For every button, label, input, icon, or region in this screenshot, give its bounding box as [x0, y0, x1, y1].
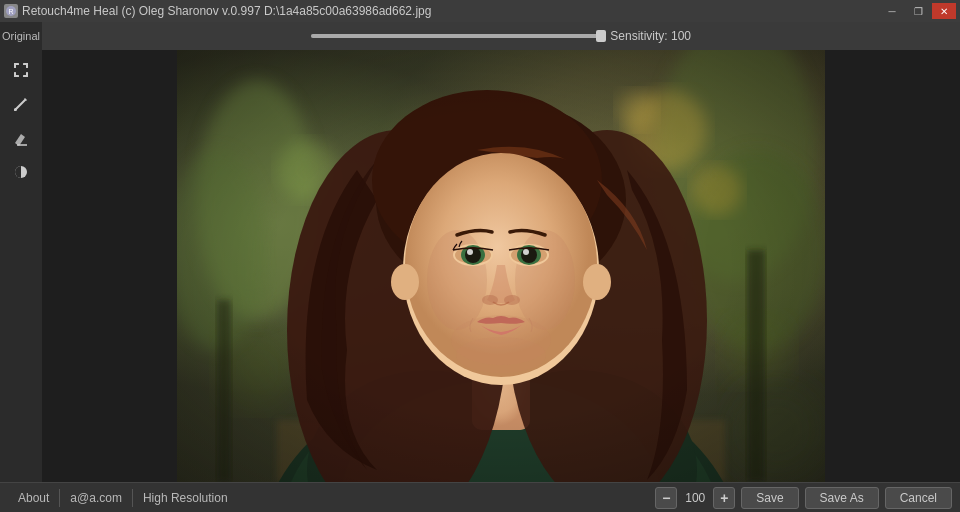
titlebar-left: R Retouch4me Heal (c) Oleg Sharonov v.0.…	[4, 4, 431, 18]
sidebar-label: Original	[2, 30, 40, 42]
cancel-button[interactable]: Cancel	[885, 487, 952, 509]
center-panel: Sensitivity: 100	[42, 22, 960, 482]
titlebar-title: Retouch4me Heal (c) Oleg Sharonov v.0.99…	[22, 4, 431, 18]
save-button[interactable]: Save	[741, 487, 798, 509]
close-button[interactable]: ✕	[932, 3, 956, 19]
fit-to-screen-button[interactable]	[7, 56, 35, 84]
statusbar: About a@a.com High Resolution − 100 + Sa…	[0, 482, 960, 512]
sidebar: Original	[0, 22, 42, 482]
svg-point-12	[14, 108, 17, 111]
contrast-tool-button[interactable]	[7, 158, 35, 186]
restore-button[interactable]: ❐	[906, 3, 930, 19]
brush-tool-button[interactable]	[7, 90, 35, 118]
titlebar: R Retouch4me Heal (c) Oleg Sharonov v.0.…	[0, 0, 960, 22]
svg-text:R: R	[8, 8, 13, 15]
main-area: Original	[0, 22, 960, 482]
svg-rect-3	[14, 63, 16, 68]
svg-rect-5	[26, 63, 28, 68]
eraser-tool-button[interactable]	[7, 124, 35, 152]
zoom-value: 100	[681, 491, 709, 505]
sensitivity-label: Sensitivity: 100	[610, 29, 691, 43]
svg-rect-9	[26, 72, 28, 77]
minimize-button[interactable]: ─	[880, 3, 904, 19]
titlebar-controls: ─ ❐ ✕	[880, 3, 956, 19]
sensitivity-control: Sensitivity: 100	[311, 29, 691, 43]
photo-container	[177, 50, 825, 482]
app-icon: R	[4, 4, 18, 18]
svg-rect-7	[14, 72, 16, 77]
about-button[interactable]: About	[8, 491, 59, 505]
svg-rect-65	[177, 50, 825, 482]
sensitivity-slider[interactable]	[311, 34, 602, 38]
resolution-label[interactable]: High Resolution	[133, 491, 238, 505]
zoom-in-button[interactable]: +	[713, 487, 735, 509]
toolbar: Sensitivity: 100	[42, 22, 960, 50]
canvas-area[interactable]	[42, 50, 960, 482]
sensitivity-slider-fill	[311, 34, 602, 38]
sensitivity-thumb[interactable]	[596, 30, 606, 42]
save-as-button[interactable]: Save As	[805, 487, 879, 509]
email-label: a@a.com	[60, 491, 132, 505]
statusbar-right: − 100 + Save Save As Cancel	[655, 487, 952, 509]
zoom-controls: − 100 +	[655, 487, 735, 509]
portrait-image	[177, 50, 825, 482]
zoom-out-button[interactable]: −	[655, 487, 677, 509]
